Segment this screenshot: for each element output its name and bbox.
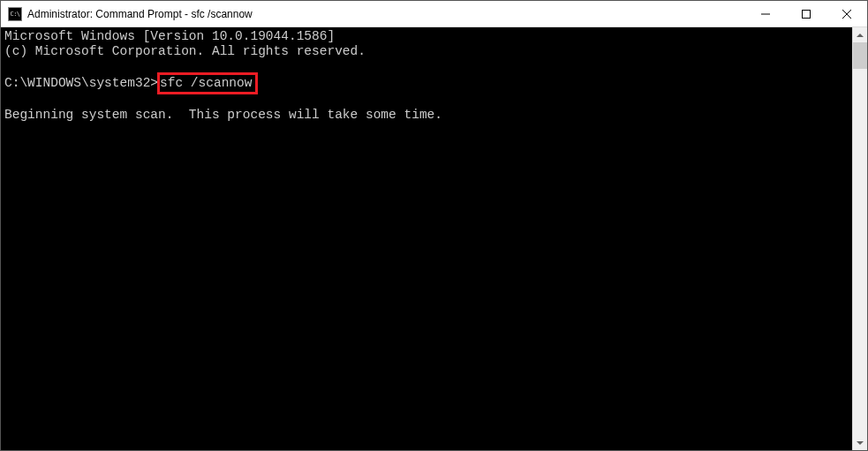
close-button[interactable] [826,1,867,26]
console-area: Microsoft Windows [Version 10.0.19044.15… [1,27,867,450]
chevron-down-icon [857,441,864,445]
console-prompt: C:\WINDOWS\system32> [4,76,158,90]
scroll-thumb[interactable] [853,42,867,69]
window-title: Administrator: Command Prompt - sfc /sca… [27,8,745,20]
chevron-up-icon [857,34,864,37]
close-icon [842,10,851,19]
window-controls [745,1,867,26]
console-output[interactable]: Microsoft Windows [Version 10.0.19044.15… [1,27,852,450]
maximize-button[interactable] [786,1,826,26]
minimize-icon [761,10,770,19]
console-status: Beginning system scan. This process will… [4,108,442,122]
maximize-icon [802,10,811,19]
minimize-button[interactable] [745,1,786,26]
cmd-icon: C:\ [8,7,22,21]
cmd-window: C:\ Administrator: Command Prompt - sfc … [0,0,868,451]
console-line: Microsoft Windows [Version 10.0.19044.15… [4,29,335,43]
scroll-up-button[interactable] [853,27,867,42]
scroll-down-button[interactable] [853,435,867,450]
titlebar[interactable]: C:\ Administrator: Command Prompt - sfc … [1,1,867,27]
command-text: sfc /scannow [160,76,252,90]
vertical-scrollbar[interactable] [852,27,867,450]
command-highlight: sfc /scannow [157,72,258,94]
svg-rect-1 [803,10,811,18]
console-line: (c) Microsoft Corporation. All rights re… [4,44,366,58]
